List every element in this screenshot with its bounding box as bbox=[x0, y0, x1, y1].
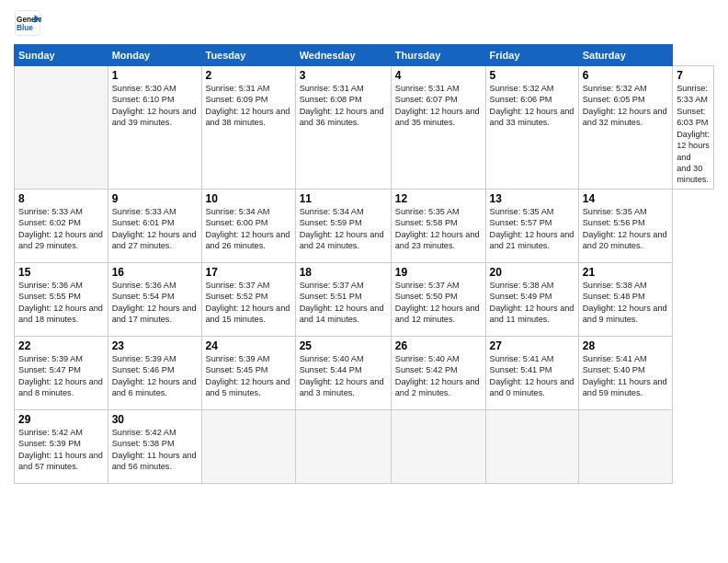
day-number: 9 bbox=[112, 192, 198, 205]
day-number: 25 bbox=[300, 339, 387, 352]
day-detail: Sunrise: 5:36 AMSunset: 5:54 PMDaylight:… bbox=[112, 280, 198, 326]
day-cell: 6Sunrise: 5:32 AMSunset: 6:05 PMDaylight… bbox=[578, 66, 673, 190]
day-detail: Sunrise: 5:42 AMSunset: 5:38 PMDaylight:… bbox=[112, 427, 198, 473]
col-header-sunday: Sunday bbox=[15, 45, 108, 66]
day-detail: Sunrise: 5:30 AMSunset: 6:10 PMDaylight:… bbox=[112, 83, 198, 129]
day-detail: Sunrise: 5:33 AMSunset: 6:02 PMDaylight:… bbox=[18, 206, 104, 252]
day-cell bbox=[201, 409, 295, 483]
day-detail: Sunrise: 5:35 AMSunset: 5:58 PMDaylight:… bbox=[395, 206, 482, 252]
day-cell: 23Sunrise: 5:39 AMSunset: 5:46 PMDayligh… bbox=[108, 336, 201, 409]
week-row-1: 1Sunrise: 5:30 AMSunset: 6:10 PMDaylight… bbox=[15, 66, 714, 190]
day-detail: Sunrise: 5:36 AMSunset: 5:55 PMDaylight:… bbox=[18, 280, 104, 326]
day-cell: 18Sunrise: 5:37 AMSunset: 5:51 PMDayligh… bbox=[295, 262, 391, 336]
col-header-thursday: Thursday bbox=[391, 45, 485, 66]
day-number: 23 bbox=[112, 339, 198, 352]
header-row: SundayMondayTuesdayWednesdayThursdayFrid… bbox=[15, 45, 714, 66]
day-number: 28 bbox=[583, 339, 669, 352]
day-cell: 1Sunrise: 5:30 AMSunset: 6:10 PMDaylight… bbox=[108, 66, 201, 190]
day-detail: Sunrise: 5:31 AMSunset: 6:07 PMDaylight:… bbox=[395, 83, 482, 129]
day-cell: 16Sunrise: 5:36 AMSunset: 5:54 PMDayligh… bbox=[108, 262, 201, 336]
day-number: 29 bbox=[18, 413, 104, 426]
calendar-page: General Blue SundayMondayTuesdayWednesda… bbox=[0, 0, 728, 493]
day-number: 5 bbox=[490, 69, 574, 82]
col-header-saturday: Saturday bbox=[578, 45, 673, 66]
logo: General Blue bbox=[14, 9, 41, 37]
day-cell bbox=[295, 409, 391, 483]
day-detail: Sunrise: 5:31 AMSunset: 6:08 PMDaylight:… bbox=[300, 83, 387, 129]
day-cell: 21Sunrise: 5:38 AMSunset: 5:48 PMDayligh… bbox=[578, 262, 673, 336]
day-cell: 5Sunrise: 5:32 AMSunset: 6:06 PMDaylight… bbox=[485, 66, 578, 190]
day-detail: Sunrise: 5:40 AMSunset: 5:42 PMDaylight:… bbox=[395, 353, 482, 399]
day-number: 26 bbox=[395, 339, 482, 352]
day-number: 21 bbox=[583, 266, 669, 279]
day-number: 10 bbox=[206, 192, 291, 205]
day-detail: Sunrise: 5:37 AMSunset: 5:51 PMDaylight:… bbox=[300, 280, 387, 326]
day-number: 13 bbox=[490, 192, 574, 205]
day-number: 27 bbox=[490, 339, 574, 352]
svg-text:Blue: Blue bbox=[17, 24, 33, 32]
day-cell bbox=[578, 409, 673, 483]
day-cell: 15Sunrise: 5:36 AMSunset: 5:55 PMDayligh… bbox=[15, 262, 108, 336]
logo-icon: General Blue bbox=[14, 9, 41, 37]
day-cell bbox=[391, 409, 485, 483]
day-number: 18 bbox=[300, 266, 387, 279]
day-cell: 29Sunrise: 5:42 AMSunset: 5:39 PMDayligh… bbox=[15, 409, 108, 483]
week-row-4: 22Sunrise: 5:39 AMSunset: 5:47 PMDayligh… bbox=[15, 336, 714, 409]
day-number: 2 bbox=[206, 69, 291, 82]
day-number: 16 bbox=[112, 266, 198, 279]
day-number: 6 bbox=[583, 69, 669, 82]
week-row-5: 29Sunrise: 5:42 AMSunset: 5:39 PMDayligh… bbox=[15, 409, 714, 483]
day-number: 19 bbox=[395, 266, 482, 279]
calendar-table: SundayMondayTuesdayWednesdayThursdayFrid… bbox=[14, 44, 714, 484]
day-detail: Sunrise: 5:38 AMSunset: 5:48 PMDaylight:… bbox=[583, 280, 669, 326]
day-detail: Sunrise: 5:34 AMSunset: 5:59 PMDaylight:… bbox=[300, 206, 387, 252]
day-cell: 2Sunrise: 5:31 AMSunset: 6:09 PMDaylight… bbox=[201, 66, 295, 190]
day-cell: 20Sunrise: 5:38 AMSunset: 5:49 PMDayligh… bbox=[485, 262, 578, 336]
day-detail: Sunrise: 5:32 AMSunset: 6:05 PMDaylight:… bbox=[583, 83, 669, 129]
day-cell: 13Sunrise: 5:35 AMSunset: 5:57 PMDayligh… bbox=[485, 189, 578, 262]
day-detail: Sunrise: 5:38 AMSunset: 5:49 PMDaylight:… bbox=[490, 280, 574, 326]
day-detail: Sunrise: 5:35 AMSunset: 5:56 PMDaylight:… bbox=[583, 206, 669, 252]
day-cell: 14Sunrise: 5:35 AMSunset: 5:56 PMDayligh… bbox=[578, 189, 673, 262]
day-detail: Sunrise: 5:37 AMSunset: 5:52 PMDaylight:… bbox=[206, 280, 291, 326]
day-cell: 12Sunrise: 5:35 AMSunset: 5:58 PMDayligh… bbox=[391, 189, 485, 262]
day-number: 24 bbox=[206, 339, 291, 352]
day-number: 8 bbox=[18, 192, 104, 205]
day-detail: Sunrise: 5:41 AMSunset: 5:41 PMDaylight:… bbox=[490, 353, 574, 399]
day-cell: 19Sunrise: 5:37 AMSunset: 5:50 PMDayligh… bbox=[391, 262, 485, 336]
day-detail: Sunrise: 5:33 AMSunset: 6:03 PMDaylight:… bbox=[677, 83, 710, 186]
day-cell: 28Sunrise: 5:41 AMSunset: 5:40 PMDayligh… bbox=[578, 336, 673, 409]
day-cell: 17Sunrise: 5:37 AMSunset: 5:52 PMDayligh… bbox=[201, 262, 295, 336]
day-cell: 8Sunrise: 5:33 AMSunset: 6:02 PMDaylight… bbox=[15, 189, 108, 262]
day-cell: 7Sunrise: 5:33 AMSunset: 6:03 PMDaylight… bbox=[673, 66, 714, 190]
day-cell: 9Sunrise: 5:33 AMSunset: 6:01 PMDaylight… bbox=[108, 189, 201, 262]
day-cell: 4Sunrise: 5:31 AMSunset: 6:07 PMDaylight… bbox=[391, 66, 485, 190]
week-row-3: 15Sunrise: 5:36 AMSunset: 5:55 PMDayligh… bbox=[15, 262, 714, 336]
day-detail: Sunrise: 5:39 AMSunset: 5:46 PMDaylight:… bbox=[112, 353, 198, 399]
day-cell: 25Sunrise: 5:40 AMSunset: 5:44 PMDayligh… bbox=[295, 336, 391, 409]
day-detail: Sunrise: 5:34 AMSunset: 6:00 PMDaylight:… bbox=[206, 206, 291, 252]
day-detail: Sunrise: 5:32 AMSunset: 6:06 PMDaylight:… bbox=[490, 83, 574, 129]
day-number: 4 bbox=[395, 69, 482, 82]
day-cell: 24Sunrise: 5:39 AMSunset: 5:45 PMDayligh… bbox=[201, 336, 295, 409]
day-detail: Sunrise: 5:35 AMSunset: 5:57 PMDaylight:… bbox=[490, 206, 574, 252]
day-cell: 26Sunrise: 5:40 AMSunset: 5:42 PMDayligh… bbox=[391, 336, 485, 409]
col-header-wednesday: Wednesday bbox=[295, 45, 391, 66]
day-detail: Sunrise: 5:41 AMSunset: 5:40 PMDaylight:… bbox=[583, 353, 669, 399]
day-detail: Sunrise: 5:39 AMSunset: 5:45 PMDaylight:… bbox=[206, 353, 291, 399]
day-cell bbox=[15, 66, 108, 190]
day-number: 12 bbox=[395, 192, 482, 205]
col-header-monday: Monday bbox=[108, 45, 201, 66]
day-number: 7 bbox=[677, 69, 710, 82]
day-detail: Sunrise: 5:33 AMSunset: 6:01 PMDaylight:… bbox=[112, 206, 198, 252]
day-cell: 3Sunrise: 5:31 AMSunset: 6:08 PMDaylight… bbox=[295, 66, 391, 190]
day-number: 17 bbox=[206, 266, 291, 279]
day-detail: Sunrise: 5:42 AMSunset: 5:39 PMDaylight:… bbox=[18, 427, 104, 473]
day-number: 22 bbox=[18, 339, 104, 352]
day-number: 14 bbox=[583, 192, 669, 205]
day-detail: Sunrise: 5:39 AMSunset: 5:47 PMDaylight:… bbox=[18, 353, 104, 399]
day-detail: Sunrise: 5:37 AMSunset: 5:50 PMDaylight:… bbox=[395, 280, 482, 326]
day-number: 1 bbox=[112, 69, 198, 82]
day-number: 15 bbox=[18, 266, 104, 279]
day-number: 3 bbox=[300, 69, 387, 82]
